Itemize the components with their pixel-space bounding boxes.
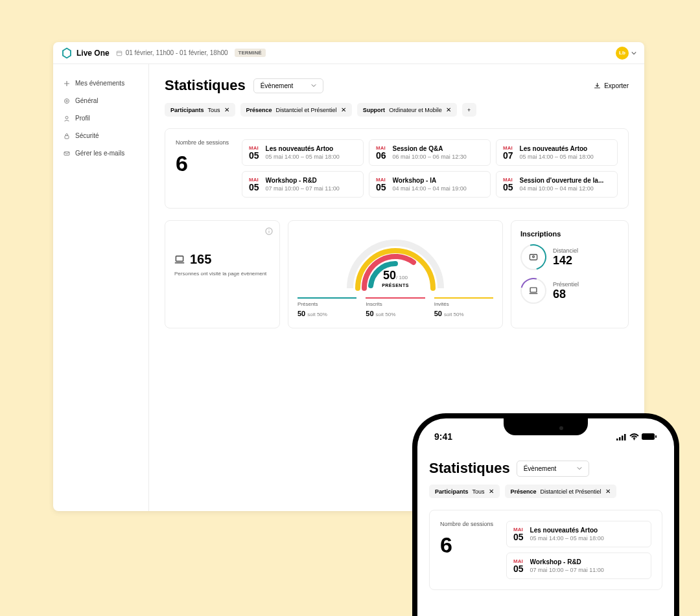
legend-value: 50 <box>434 310 442 317</box>
session-info: Workshop - R&D07 mai 10:00 – 07 mai 11:0… <box>266 177 356 192</box>
phone-session-card[interactable]: MAI05Workshop - R&D07 mai 10:00 – 07 mai… <box>506 553 651 579</box>
session-card[interactable]: MAI05Session d'ouverture de la...04 mai … <box>496 171 618 198</box>
close-icon[interactable]: ✕ <box>489 488 494 495</box>
session-day: 05 <box>503 183 513 192</box>
session-title: Workshop - IA <box>393 177 484 184</box>
phone-screen: 9:41 Statistiques Évènement Participants… <box>417 418 674 616</box>
session-card[interactable]: MAI05Les nouveautés Artoo05 mai 14:00 – … <box>242 139 364 166</box>
svg-rect-12 <box>530 255 537 260</box>
chevron-down-icon <box>311 83 316 88</box>
filter-participants[interactable]: Participants Tous ✕ <box>165 103 235 117</box>
visited-top: 165 <box>174 252 270 267</box>
filter-value: Tous <box>472 488 485 495</box>
phone-page-title: Statistiques <box>429 460 510 477</box>
sidebar-item-label: Sécurité <box>75 132 99 139</box>
svg-point-20 <box>634 439 635 440</box>
session-time: 05 mai 14:00 – 05 mai 18:00 <box>266 154 356 160</box>
app-logo[interactable]: Live One <box>61 47 110 59</box>
legend-bar <box>366 297 425 299</box>
topbar-right[interactable]: Lb <box>616 47 636 60</box>
phone-time: 9:41 <box>434 431 452 442</box>
info-icon[interactable] <box>265 227 273 235</box>
wifi-icon <box>629 433 639 440</box>
sessions-count: Nombre de sessions 6 <box>176 139 233 198</box>
inscription-distanciel: Distanciel 142 <box>520 244 619 270</box>
close-icon[interactable]: ✕ <box>224 106 229 113</box>
phone-scope-select[interactable]: Évènement <box>517 461 590 477</box>
sessions-panel: Nombre de sessions 6 MAI05Les nouveautés… <box>165 128 629 209</box>
session-title: Session d'ouverture de la... <box>520 177 611 184</box>
legend-pct: soit 50% <box>307 312 327 317</box>
inscription-meta: Présentiel 68 <box>553 281 579 301</box>
inscription-count: 142 <box>553 254 578 268</box>
topbar-left: Live One 01 février, 11h00 - 01 février,… <box>61 47 266 59</box>
phone-filter-presence[interactable]: Présence Distantciel et Présentiel ✕ <box>505 485 616 498</box>
sidebar-item-profile[interactable]: Profil <box>53 109 148 127</box>
legend-pct: soit 50% <box>444 312 464 317</box>
filter-value: Tous <box>208 107 220 113</box>
filter-row: Participants Tous ✕ Présence Distantciel… <box>165 103 629 117</box>
date-range[interactable]: 01 février, 11h00 - 01 février, 18h00 <box>116 49 228 56</box>
sessions-count-value: 6 <box>176 151 233 176</box>
gauge-value: 50 <box>383 269 396 282</box>
calendar-icon <box>116 50 122 56</box>
legend-value: 50 <box>366 310 373 317</box>
close-icon[interactable]: ✕ <box>605 488 611 495</box>
filter-value: Distantciel et Présentiel <box>541 488 601 495</box>
export-label: Exporter <box>604 82 629 89</box>
phone-filter-participants[interactable]: Participants Tous ✕ <box>429 485 500 498</box>
phone-sessions-panel: Nombre de sessions 6 MAI05Les nouveautés… <box>429 510 662 590</box>
filter-value: Ordinateur et Mobile <box>389 107 442 113</box>
svg-point-3 <box>66 100 67 101</box>
close-icon[interactable]: ✕ <box>341 106 346 113</box>
session-card[interactable]: MAI05Workshop - R&D07 mai 10:00 – 07 mai… <box>242 171 364 198</box>
phone-sessions-grid: MAI05Les nouveautés Artoo05 mai 14:00 – … <box>506 521 651 579</box>
legend-bar <box>434 297 493 299</box>
inscriptions-card: Inscriptions Distanciel 142 <box>511 220 629 328</box>
filter-label: Présence <box>511 488 537 495</box>
session-card[interactable]: MAI06Session de Q&A06 mai 10:00 – 06 mai… <box>369 139 491 166</box>
session-time: 04 mai 10:00 – 04 mai 12:00 <box>520 185 611 192</box>
session-date: MAI07 <box>503 145 513 160</box>
lock-icon <box>64 133 70 139</box>
svg-rect-14 <box>530 288 537 292</box>
filter-add-button[interactable]: + <box>462 103 476 117</box>
session-day: 05 <box>513 564 524 573</box>
svg-rect-5 <box>65 135 69 139</box>
inscription-count: 68 <box>553 288 579 301</box>
session-day: 07 <box>503 151 513 160</box>
session-title: Les nouveautés Artoo <box>530 527 644 534</box>
chevron-down-icon <box>631 51 636 56</box>
session-time: 05 mai 14:00 – 05 mai 18:00 <box>530 535 644 542</box>
session-time: 07 mai 10:00 – 07 mai 11:00 <box>266 185 356 192</box>
phone-session-card[interactable]: MAI05Les nouveautés Artoo05 mai 14:00 – … <box>506 521 651 547</box>
phone-filter-row: Participants Tous ✕ Présence Distantciel… <box>429 485 662 498</box>
sessions-count-label: Nombre de sessions <box>176 139 233 147</box>
filter-support[interactable]: Support Ordinateur et Mobile ✕ <box>357 103 457 117</box>
session-title: Session de Q&A <box>393 145 484 152</box>
sidebar-item-emails[interactable]: Gérer les e-mails <box>53 144 148 162</box>
legend-item: Présents50soit 50% <box>298 297 356 319</box>
close-icon[interactable]: ✕ <box>446 106 451 113</box>
gauge-center: 50/ 100 PRÉSENTS <box>382 269 409 288</box>
sidebar-item-events[interactable]: Mes événements <box>53 74 148 92</box>
phone-sessions-count-label: Nombre de sessions <box>440 521 497 529</box>
gauge-total: / 100 <box>396 275 408 280</box>
scope-select[interactable]: Évènement <box>253 78 324 93</box>
onsite-icon <box>529 286 538 295</box>
session-title: Les nouveautés Artoo <box>520 145 611 152</box>
sidebar-item-general[interactable]: Général <box>53 92 148 109</box>
plus-icon: + <box>467 107 471 113</box>
legend-name: Inscrits <box>366 301 425 307</box>
sidebar-item-security[interactable]: Sécurité <box>53 127 148 144</box>
topbar: Live One 01 février, 11h00 - 01 février,… <box>53 42 644 64</box>
legend-pct: soit 50% <box>376 312 396 317</box>
download-icon <box>594 82 601 89</box>
phone-frame: 9:41 Statistiques Évènement Participants… <box>412 413 679 616</box>
export-button[interactable]: Exporter <box>594 82 629 89</box>
filter-presence[interactable]: Présence Distantciel et Présentiel ✕ <box>240 103 352 117</box>
session-card[interactable]: MAI05Workshop - IA04 mai 14:00 – 04 mai … <box>369 171 491 198</box>
sidebar-item-label: Profil <box>75 115 90 122</box>
plus-icon <box>64 80 70 87</box>
session-card[interactable]: MAI07Les nouveautés Artoo05 mai 14:00 – … <box>496 139 618 166</box>
